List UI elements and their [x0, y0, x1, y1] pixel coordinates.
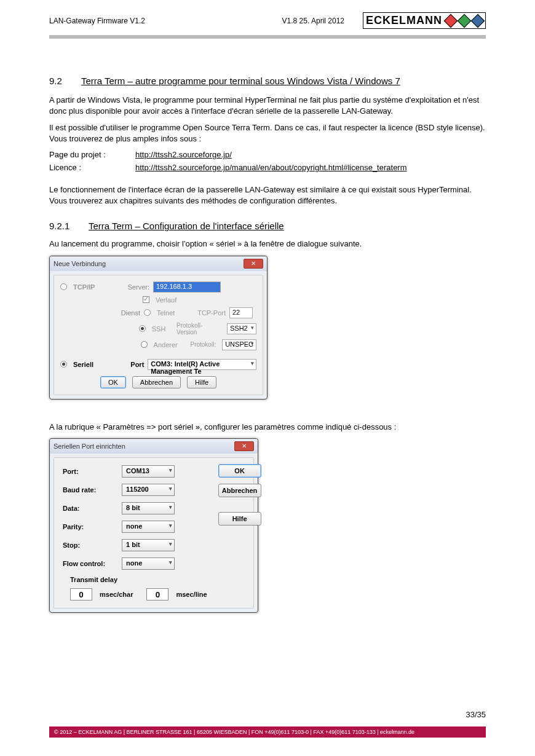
project-link-row: Page du projet : http://ttssh2.sourcefor… [49, 150, 486, 159]
project-link-url[interactable]: http://ttssh2.sourceforge.jp/ [135, 150, 232, 159]
page-number: 33/35 [466, 710, 486, 719]
logo-square-blue-icon [471, 14, 485, 28]
new-connection-dialog: Neue Verbindung ✕ TCP/IP Server: 192.168… [49, 256, 268, 400]
logo-text: ECKELMANN [366, 14, 442, 27]
subsection-intro2: A la rubrique « Paramètres => port série… [49, 422, 486, 433]
telnet-radio[interactable] [144, 309, 151, 316]
dialog2-body: Port: COM13 Baud rate: 115200 Data: 8 bi… [54, 457, 254, 608]
dialog2-titlebar: Seriellen Port einrichten ✕ [50, 439, 258, 454]
cancel-button[interactable]: Abbrechen [218, 484, 261, 497]
section-number: 9.2 [49, 76, 79, 86]
proto-combo[interactable]: UNSPEC [222, 339, 256, 350]
parity-label: Parity: [63, 523, 122, 530]
close-icon[interactable]: ✕ [244, 259, 263, 269]
ok-button[interactable]: OK [100, 376, 126, 388]
logo: ECKELMANN [363, 12, 486, 29]
ok-button[interactable]: OK [218, 464, 261, 478]
license-link-url[interactable]: http://ttssh2.sourceforge.jp/manual/en/a… [135, 163, 407, 172]
tcp-port-input[interactable]: 22 [229, 307, 253, 318]
verlauf-label: Verlauf [156, 296, 176, 304]
dialog-title: Neue Verbindung [54, 260, 244, 267]
baud-label: Baud rate: [63, 486, 122, 494]
server-input[interactable]: 192.168.1.3 [153, 282, 221, 293]
stop-combo[interactable]: 1 bit [122, 539, 175, 551]
server-label: Server: [116, 283, 149, 291]
section-title: Terra Term – autre programme pour termin… [81, 76, 400, 86]
cancel-button[interactable]: Abbrechen [132, 376, 181, 388]
logo-square-green-icon [458, 14, 472, 28]
proto-ver-combo[interactable]: SSH2 [227, 323, 256, 334]
msec-line-label: msec/line [176, 591, 207, 598]
tcpip-radio[interactable] [60, 283, 67, 290]
section-p1: A partir de Windows Vista, le programme … [49, 95, 486, 116]
stop-label: Stop: [63, 541, 122, 549]
license-link-row: Licence : http://ttssh2.sourceforge.jp/m… [49, 163, 486, 172]
help-button[interactable]: Hilfe [218, 512, 261, 526]
subsection-number: 9.2.1 [49, 221, 86, 231]
dienst-label: Dienst [107, 309, 140, 317]
help-button[interactable]: Hilfe [187, 376, 216, 388]
seriell-label: Seriell [73, 361, 109, 368]
section-p3: Le fonctionnement de l'interface écran d… [49, 184, 486, 206]
ssh-label: SSH [152, 325, 173, 333]
tcp-port-label: TCP-Port [191, 309, 226, 317]
port-label: Port: [63, 468, 122, 475]
msec-line-input[interactable] [146, 588, 168, 600]
logo-square-red-icon [444, 14, 458, 28]
port-label: Port [113, 361, 144, 368]
verlauf-checkbox[interactable] [143, 296, 149, 303]
license-link-label: Licence : [49, 163, 135, 172]
dialog-titlebar: Neue Verbindung ✕ [50, 256, 267, 271]
anderer-label: Anderer [154, 341, 184, 348]
msec-char-input[interactable] [70, 588, 92, 600]
tcpip-label: TCP/IP [73, 283, 113, 291]
flow-label: Flow control: [63, 560, 122, 567]
page-header: LAN-Gateway Firmware V1.2 V1.8 25. April… [0, 0, 535, 29]
parity-combo[interactable]: none [122, 521, 175, 533]
section-heading: 9.2 Terra Term – autre programme pour te… [49, 76, 486, 86]
telnet-label: Telnet [157, 309, 188, 317]
proto-ver-label: Protokoll-Version [176, 322, 221, 336]
section-p2: Il est possible d'utiliser le programme … [49, 122, 486, 144]
doc-version-date: V1.8 25. April 2012 [282, 17, 344, 25]
data-combo[interactable]: 8 bit [122, 502, 175, 514]
ssh-radio[interactable] [139, 325, 146, 332]
proto-label: Protokoll: [187, 341, 216, 348]
project-link-label: Page du projet : [49, 150, 135, 159]
subsection-intro: Au lancement du programme, choisir l'opt… [49, 238, 486, 250]
baud-combo[interactable]: 115200 [122, 484, 175, 496]
close-icon[interactable]: ✕ [234, 441, 254, 451]
anderer-radio[interactable] [141, 341, 148, 348]
dialog2-title: Seriellen Port einrichten [54, 443, 234, 450]
flow-combo[interactable]: none [122, 557, 175, 570]
msec-char-label: msec/char [100, 591, 133, 598]
serial-port-setup-dialog: Seriellen Port einrichten ✕ Port: COM13 … [49, 438, 258, 613]
subsection-heading: 9.2.1 Terra Term – Configuration de l'in… [49, 221, 486, 231]
seriell-radio[interactable] [60, 361, 67, 368]
subsection-title: Terra Term – Configuration de l'interfac… [89, 221, 284, 231]
transmit-delay-group: Transmit delay msec/char msec/line [63, 576, 207, 600]
page-content: 9.2 Terra Term – autre programme pour te… [0, 39, 535, 613]
page-footer: © 2012 – ECKELMANN AG | BERLINER STRASSE… [49, 726, 486, 738]
data-label: Data: [63, 505, 122, 512]
doc-title: LAN-Gateway Firmware V1.2 [49, 17, 282, 25]
dialog-body: TCP/IP Server: 192.168.1.3 Verlauf Diens… [54, 275, 263, 395]
port-combo[interactable]: COM13 [122, 465, 175, 478]
serial-port-combo[interactable]: COM3: Intel(R) Active Management Te [148, 359, 256, 370]
transmit-delay-title: Transmit delay [70, 576, 207, 583]
